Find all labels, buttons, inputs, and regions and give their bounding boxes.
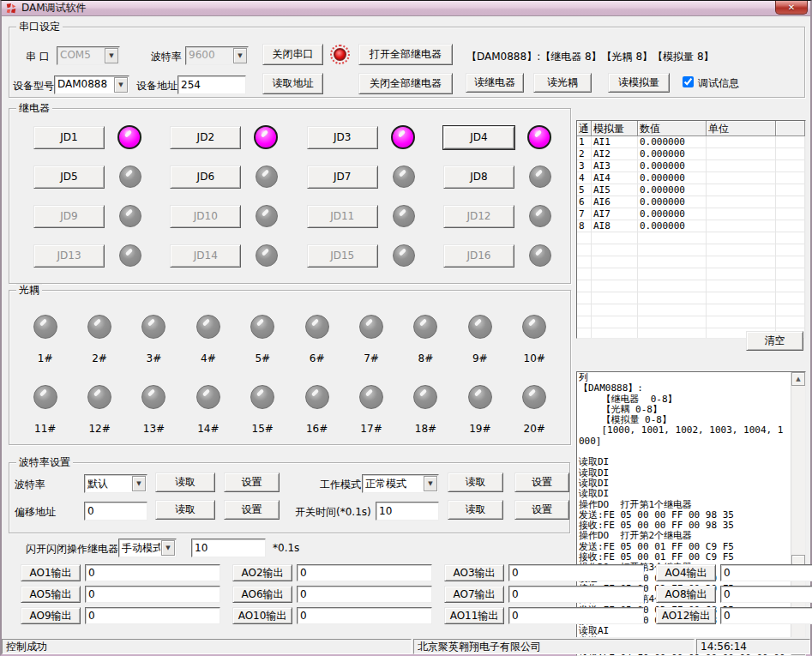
ao6-output-button[interactable]: AO6输出 [232, 586, 292, 603]
scroll-up-icon[interactable]: ▲ [791, 372, 805, 386]
ao6-value-input[interactable] [297, 586, 432, 603]
model-select[interactable]: DAM0888 ▼ [54, 75, 129, 94]
opto-led-11 [33, 385, 57, 409]
opto-led-6 [305, 315, 329, 339]
relay-button-jd8[interactable]: JD8 [443, 166, 514, 189]
relay-button-jd6[interactable]: JD6 [170, 166, 241, 189]
open-all-relays-button[interactable]: 打开全部继电器 [358, 44, 453, 65]
ao11-value-input[interactable] [508, 607, 644, 624]
relay-group-title: 继电器 [16, 102, 52, 114]
relay-button-jd4[interactable]: JD4 [443, 126, 514, 149]
ao2-value-input[interactable] [297, 564, 432, 581]
relay-button-jd9[interactable]: JD9 [33, 205, 105, 228]
workmode-read-button[interactable]: 读取 [448, 472, 503, 492]
workmode-set-button[interactable]: 设置 [514, 472, 569, 492]
opto-5: 5# [237, 315, 288, 364]
switchtime-read-button[interactable]: 读取 [448, 500, 503, 520]
ao8-output-button[interactable]: AO8输出 [656, 586, 716, 603]
offset-address-input[interactable] [84, 502, 147, 521]
cell-unit [707, 160, 776, 172]
relay-jd5: JD5 [33, 165, 141, 189]
relay-button-jd5[interactable]: JD5 [33, 166, 105, 189]
relay-button-jd7[interactable]: JD7 [307, 166, 378, 189]
baud-read-button[interactable]: 读取 [155, 472, 215, 492]
cell-name: AI7 [592, 208, 638, 220]
baud2-select[interactable]: 默认 ▼ [84, 474, 147, 493]
opto-led-5 [250, 315, 274, 339]
ao5-output-button[interactable]: AO5输出 [21, 586, 81, 603]
switch-time-input[interactable] [376, 502, 439, 521]
work-mode-select[interactable]: 正常模式 ▼ [362, 474, 439, 493]
opto-9: 9# [454, 315, 506, 364]
relay-button-jd11[interactable]: JD11 [307, 205, 378, 228]
relay-button-jd12[interactable]: JD12 [443, 205, 514, 228]
serial-settings-group: 串口设定 串 口 COM5 ▼ 波特率 9600 ▼ 关闭串口 打开全部继电器 … [9, 27, 805, 98]
relay-button-jd16[interactable]: JD16 [443, 244, 514, 268]
ao9-cell: AO9输出 [21, 607, 220, 624]
ao3-output-button[interactable]: AO3输出 [444, 564, 504, 581]
flash-mode-select[interactable]: 手动模式 ▼ [118, 539, 177, 557]
ao5-value-input[interactable] [85, 586, 220, 603]
ao1-output-button[interactable]: AO1输出 [21, 564, 81, 581]
read-analog-button[interactable]: 读模拟量 [608, 73, 670, 93]
ao8-value-input[interactable] [720, 586, 812, 603]
ao6-cell: AO6输出 [232, 586, 432, 603]
ao11-output-button[interactable]: AO11输出 [444, 607, 504, 624]
ao10-value-input[interactable] [297, 607, 432, 624]
clear-log-button[interactable]: 清空 [746, 331, 803, 351]
opto-10: 10# [508, 315, 560, 364]
status-message: 控制成功 [2, 639, 412, 654]
opto-led-17 [359, 385, 383, 409]
com-port-value: COM5 [57, 47, 104, 64]
com-port-select[interactable]: COM5 ▼ [57, 46, 120, 65]
relay-button-jd15[interactable]: JD15 [307, 244, 378, 268]
ao9-output-button[interactable]: AO9输出 [21, 607, 81, 624]
close-all-relays-button[interactable]: 关闭全部继电器 [358, 73, 453, 94]
relay-led-jd11 [393, 205, 415, 227]
close-button[interactable]: ✕ [775, 1, 808, 15]
read-address-button[interactable]: 读取地址 [262, 73, 323, 94]
relay-button-jd2[interactable]: JD2 [170, 126, 241, 149]
read-relays-button[interactable]: 读继电器 [466, 73, 524, 93]
relay-button-jd13[interactable]: JD13 [33, 244, 105, 268]
relay-button-jd14[interactable]: JD14 [170, 244, 241, 268]
ao12-output-button[interactable]: AO12输出 [656, 607, 716, 624]
ao10-output-button[interactable]: AO10输出 [232, 607, 292, 624]
ao1-value-input[interactable] [85, 564, 220, 581]
relay-led-jd8 [529, 166, 551, 188]
ao7-output-button[interactable]: AO7输出 [444, 586, 504, 603]
cell-unit [707, 196, 776, 208]
cell-ch: 1 [577, 136, 592, 148]
flash-time-input[interactable] [191, 539, 266, 557]
relay-led-jd13 [119, 244, 141, 267]
baud-set-button[interactable]: 设置 [224, 472, 280, 492]
device-address-input[interactable] [177, 75, 246, 94]
debug-info-checkbox[interactable] [683, 76, 694, 87]
offset-set-button[interactable]: 设置 [224, 500, 280, 520]
ao2-output-button[interactable]: AO2输出 [232, 564, 292, 581]
relay-button-jd1[interactable]: JD1 [33, 126, 105, 149]
relay-jd1: JD1 [33, 125, 141, 149]
ao12-value-input[interactable] [720, 607, 812, 624]
relay-button-jd3[interactable]: JD3 [307, 126, 378, 149]
flash-mode-value: 手动模式 [119, 539, 160, 557]
opto-2: 2# [74, 315, 125, 364]
opto-led-13 [141, 385, 165, 409]
read-opto-button[interactable]: 读光耦 [533, 73, 592, 93]
title-bar[interactable]: DAM调试软件 ✕ [2, 1, 810, 16]
ao9-value-input[interactable] [85, 607, 220, 624]
ao3-value-input[interactable] [508, 564, 644, 581]
close-port-button[interactable]: 关闭串口 [262, 44, 323, 65]
ao7-value-input[interactable] [508, 586, 644, 603]
flash-mode-label: 闪开闪闭操作继电器 [26, 542, 118, 557]
ao4-output-button[interactable]: AO4输出 [656, 564, 716, 581]
baud-select[interactable]: 9600 ▼ [185, 46, 249, 65]
analog-table[interactable]: 通 模拟量 数值 单位 1AI10.000000 2AI20.000000 3A… [576, 120, 806, 339]
switchtime-set-button[interactable]: 设置 [514, 500, 569, 520]
offset-read-button[interactable]: 读取 [155, 500, 215, 520]
opto-group: 光耦 1# 2# 3# 4# 5# 6# 7# 8# 9# 10# 11# 12… [9, 290, 571, 445]
ao4-value-input[interactable] [720, 564, 812, 581]
relay-led-jd16 [529, 244, 551, 267]
relay-jd14: JD14 [170, 244, 278, 268]
relay-button-jd10[interactable]: JD10 [170, 205, 241, 228]
